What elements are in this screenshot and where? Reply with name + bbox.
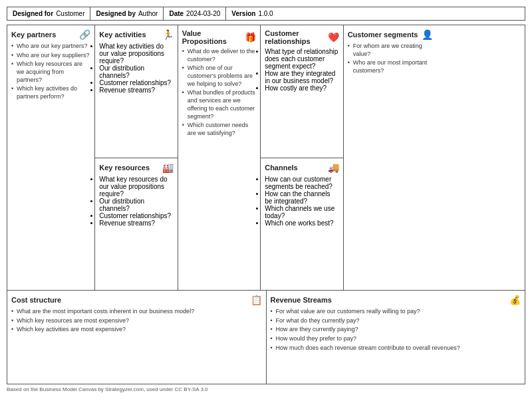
canvas-main: Key partners 🔗 Who are our key partners?… (7, 25, 525, 291)
customer-segments-section: Customer segments 👤 For whom are we crea… (344, 25, 437, 290)
key-resources-section: Key resources 🏭 What key resources do ou… (95, 158, 177, 291)
revenue-streams-list: For what value are our customers really … (271, 308, 521, 353)
list-item: How are they integrated in our business … (265, 70, 338, 84)
list-item: How can our customer segments be reached… (265, 176, 338, 190)
list-item: Customer relationships? (99, 79, 173, 86)
designed-for-cell: Designed for Customer (7, 7, 90, 20)
key-activities-icon: 🏃 (162, 29, 174, 40)
channels-list: How can our customer segments be reached… (265, 176, 338, 227)
list-item: For what do they currently pay? (271, 317, 521, 325)
list-item: What bundles of products and services ar… (182, 89, 256, 120)
customer-relationships-icon: ❤️ (328, 32, 339, 43)
list-item: Which key activities do partners perform… (11, 85, 90, 100)
list-item: What key activities do our value proposi… (99, 43, 173, 65)
revenue-streams-section: Revenue Streams 💰 For what value are our… (267, 291, 525, 384)
list-item: How much does each revenue stream contri… (271, 344, 521, 352)
list-item: Who are our most important customers? (348, 59, 433, 74)
key-partners-icon: 🔗 (79, 29, 90, 40)
list-item: What are the most important costs inhere… (11, 308, 262, 316)
revenue-streams-title: Revenue Streams 💰 (271, 295, 521, 305)
footer-text: Based on the Business Model Canvas by St… (7, 386, 208, 392)
cost-structure-section: Cost structure 📋 What are the most impor… (7, 291, 267, 384)
header: Designed for Customer Designed by Author… (7, 7, 525, 21)
version-cell: Version 1.0.0 (226, 7, 278, 20)
list-item: For whom are we creating value? (348, 43, 433, 58)
key-activities-section: Key activities 🏃 What key activities do … (95, 25, 177, 158)
list-item: Which one of our customer's problems are… (182, 65, 256, 88)
list-item: Which one works best? (265, 219, 338, 227)
list-item: Which channels we use today? (265, 205, 338, 219)
list-item: Who are our key partners? (11, 43, 90, 51)
key-resources-list: What key resources do our value proposit… (99, 176, 173, 227)
designed-for-label: Designed for (13, 10, 53, 17)
key-resources-icon: 🏭 (162, 162, 174, 173)
key-activities-list: What key activities do our value proposi… (99, 43, 173, 94)
activities-resources-wrapper: Key activities 🏃 What key activities do … (95, 25, 178, 290)
customer-relationships-section: Customer relationships ❤️ What type of r… (261, 25, 342, 158)
key-partners-title: Key partners 🔗 (11, 29, 90, 40)
version-value: 1.0.0 (258, 10, 273, 17)
customer-segments-title: Customer segments 👤 (348, 29, 433, 40)
list-item: Which customer needs are we satisfying? (182, 122, 256, 137)
list-item: What key resources do our value proposit… (99, 176, 173, 198)
list-item: Who are our key suppliers? (11, 52, 90, 60)
list-item: Which key resources are we acquiring fro… (11, 61, 90, 84)
channels-section: Channels 🚚 How can our customer segments… (261, 158, 342, 291)
channels-title: Channels 🚚 (265, 162, 338, 173)
key-resources-title: Key resources 🏭 (99, 162, 173, 173)
canvas-bottom: Cost structure 📋 What are the most impor… (7, 291, 525, 384)
value-propositions-icon: 🎁 (245, 32, 256, 43)
list-item: Our distribution channels? (99, 198, 173, 212)
list-item: Which key activities are most expensive? (11, 326, 262, 334)
list-item: What type of relationship does each cust… (265, 48, 338, 70)
list-item: Which key resources are most expensive? (11, 317, 262, 325)
revenue-streams-icon: 💰 (509, 295, 521, 305)
value-propositions-title: Value Propositions 🎁 (182, 29, 256, 45)
list-item: How would they prefer to pay? (271, 335, 521, 343)
designed-for-value: Customer (56, 10, 84, 17)
list-item: Customer relationships? (99, 212, 173, 219)
date-value: 2024-03-20 (186, 10, 220, 17)
list-item: Our distribution channels? (99, 65, 173, 79)
cost-structure-icon: 📋 (251, 295, 262, 305)
list-item: Revenue streams? (99, 219, 173, 227)
custrel-channels-wrapper: Customer relationships ❤️ What type of r… (261, 25, 343, 290)
cost-structure-title: Cost structure 📋 (11, 295, 262, 305)
business-model-canvas: Key partners 🔗 Who are our key partners?… (7, 25, 525, 384)
list-item: How can the channels be integrated? (265, 190, 338, 205)
designed-by-label: Designed by (96, 10, 135, 17)
customer-segments-icon: 👤 (422, 29, 433, 40)
list-item: Revenue streams? (99, 86, 173, 94)
date-cell: Date 2024-03-20 (164, 7, 226, 20)
key-partners-list: Who are our key partners? Who are our ke… (11, 43, 90, 102)
value-propositions-section: Value Propositions 🎁 What do we deliver … (178, 25, 261, 290)
cost-structure-list: What are the most important costs inhere… (11, 308, 262, 335)
designed-by-value: Author (138, 10, 158, 17)
date-label: Date (169, 10, 184, 17)
designed-by-cell: Designed by Author (90, 7, 164, 20)
list-item: For what value are our customers really … (271, 308, 521, 316)
key-activities-title: Key activities 🏃 (99, 29, 173, 40)
list-item: How costly are they? (265, 84, 338, 92)
value-propositions-list: What do we deliver to the customer? Whic… (182, 48, 256, 139)
channels-icon: 🚚 (328, 162, 339, 173)
customer-relationships-list: What type of relationship does each cust… (265, 48, 338, 92)
key-partners-section: Key partners 🔗 Who are our key partners?… (7, 25, 95, 290)
customer-segments-list: For whom are we creating value? Who are … (348, 43, 433, 76)
version-label: Version (231, 10, 255, 17)
list-item: How are they currently paying? (271, 326, 521, 334)
customer-relationships-title: Customer relationships ❤️ (265, 29, 338, 45)
list-item: What do we deliver to the customer? (182, 48, 256, 63)
footer: Based on the Business Model Canvas by St… (7, 384, 525, 392)
